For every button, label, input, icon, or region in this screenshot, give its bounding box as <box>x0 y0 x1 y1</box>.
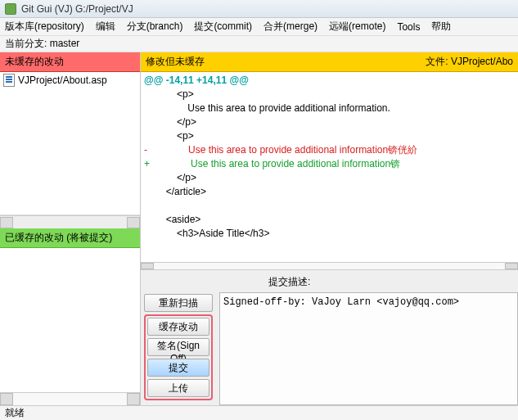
commit-message-input[interactable]: Signed-off-by: VaJoy Larn <vajoy@qq.com> <box>219 292 518 405</box>
unstaged-header: 未缓存的改动 <box>0 52 140 72</box>
commit-label: 提交描述: <box>219 273 518 292</box>
diff-header: 修改但未缓存 文件: VJProject/Abo <box>141 52 518 72</box>
signoff-button[interactable]: 签名(Sign Off) <box>147 338 209 356</box>
scroll-track[interactable] <box>154 263 505 269</box>
menu-help[interactable]: 帮助 <box>431 20 451 34</box>
diff-hscrollbar[interactable] <box>141 262 518 269</box>
diff-status-label: 修改但未缓存 <box>146 55 205 69</box>
staged-hscrollbar[interactable] <box>0 392 140 405</box>
menu-remote[interactable]: 远端(remote) <box>329 20 385 34</box>
current-branch-label: 当前分支: master <box>5 37 79 51</box>
menu-bar: 版本库(repository) 编辑 分支(branch) 提交(commit)… <box>0 18 518 36</box>
highlight-box: 缓存改动 签名(Sign Off) 提交 上传 <box>144 314 213 400</box>
push-button[interactable]: 上传 <box>147 379 209 397</box>
left-panel: 未缓存的改动 VJProject/About.asp 已缓存的改动 (将被提交) <box>0 52 141 405</box>
unstaged-file-list[interactable]: VJProject/About.asp <box>0 72 140 215</box>
commit-button[interactable]: 提交 <box>147 359 209 377</box>
commit-message-panel: 提交描述: Signed-off-by: VaJoy Larn <vajoy@q… <box>216 270 518 405</box>
scroll-left-button[interactable] <box>0 393 13 405</box>
menu-edit[interactable]: 编辑 <box>96 20 115 34</box>
window-titlebar: Git Gui (VJ) G:/Project/VJ <box>0 0 518 18</box>
right-panel: 修改但未缓存 文件: VJProject/Abo @@ -14,11 +14,1… <box>141 52 518 405</box>
action-button-column: . 重新扫描 缓存改动 签名(Sign Off) 提交 上传 <box>141 270 216 405</box>
menu-tools[interactable]: Tools <box>397 21 420 33</box>
file-item[interactable]: VJProject/About.asp <box>0 72 140 88</box>
status-bar: 就绪 <box>0 405 518 420</box>
unstaged-hscrollbar[interactable] <box>0 215 140 228</box>
menu-merge[interactable]: 合并(merge) <box>264 20 318 34</box>
staged-file-list[interactable] <box>0 248 140 392</box>
file-name: VJProject/About.asp <box>18 75 107 86</box>
app-icon <box>5 3 16 15</box>
diff-file-label: 文件: VJProject/Abo <box>426 55 513 69</box>
diff-viewer[interactable]: @@ -14,11 +14,11 @@ <p> Use this area to… <box>141 72 518 262</box>
rescan-button[interactable]: 重新扫描 <box>144 294 213 312</box>
scroll-right-button[interactable] <box>505 263 518 269</box>
stage-button[interactable]: 缓存改动 <box>147 318 209 336</box>
scroll-right-button[interactable] <box>127 393 140 405</box>
file-icon <box>3 74 15 87</box>
menu-branch[interactable]: 分支(branch) <box>127 20 183 34</box>
commit-area: . 重新扫描 缓存改动 签名(Sign Off) 提交 上传 提交描述: Sig… <box>141 269 518 405</box>
status-text: 就绪 <box>5 406 25 420</box>
menu-commit[interactable]: 提交(commit) <box>194 20 252 34</box>
window-title: Git Gui (VJ) G:/Project/VJ <box>21 3 133 15</box>
scroll-left-button[interactable] <box>141 263 154 269</box>
scroll-left-button[interactable] <box>0 217 13 228</box>
staged-header: 已缓存的改动 (将被提交) <box>0 228 140 248</box>
menu-repository[interactable]: 版本库(repository) <box>5 20 84 34</box>
scroll-track[interactable] <box>13 393 127 405</box>
branch-bar: 当前分支: master <box>0 36 518 52</box>
scroll-right-button[interactable] <box>127 217 140 228</box>
